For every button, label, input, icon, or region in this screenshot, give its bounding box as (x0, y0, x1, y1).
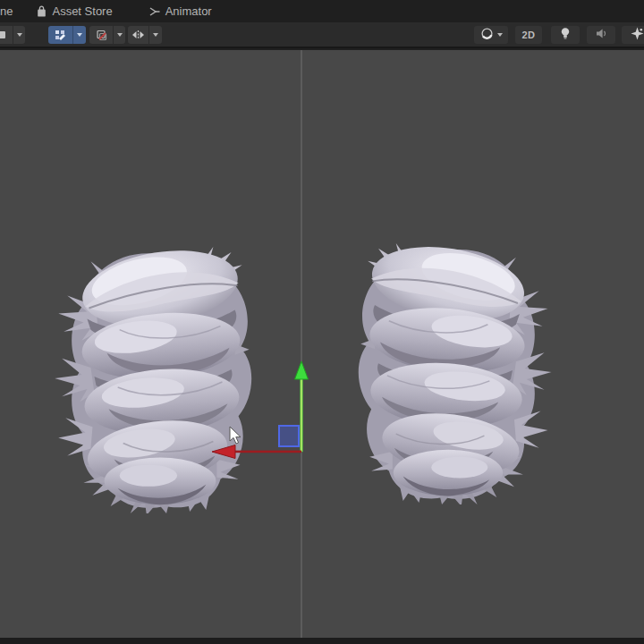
effects-toggle-button[interactable] (622, 26, 644, 44)
mirror-tool-button[interactable] (128, 26, 162, 44)
asset-store-bag-icon (37, 5, 47, 18)
scene-toolbar: 2D (0, 22, 644, 48)
audio-toggle-button[interactable] (587, 26, 615, 44)
tab-animator[interactable]: Animator (140, 0, 220, 22)
dropdown-caret-icon (113, 26, 125, 44)
tab-scene-label: ne (0, 4, 13, 18)
2d-toggle-label: 2D (521, 30, 535, 40)
dropdown-caret-icon (497, 33, 503, 37)
tab-bar: ne Asset Store Animator (0, 0, 644, 22)
layer-red-tool-button[interactable] (89, 26, 125, 44)
speaker-icon (595, 27, 607, 43)
sparkle-icon (631, 27, 644, 44)
paint-grid-tool-button[interactable] (48, 26, 86, 44)
transform-gizmo (201, 356, 318, 463)
tab-scene-partial[interactable]: ne (0, 0, 18, 22)
tab-animator-label: Animator (165, 4, 212, 18)
animator-icon (148, 6, 160, 17)
mouse-cursor (229, 426, 243, 445)
right-fluffy-mesh-model[interactable] (338, 240, 553, 504)
dropdown-caret-icon (148, 26, 161, 44)
unity-editor-window: ne Asset Store Animator (0, 0, 644, 644)
scene-viewport[interactable] (0, 50, 644, 638)
grid-paint-icon (48, 26, 72, 44)
partial-tool-icon (0, 26, 13, 44)
dropdown-caret-icon (13, 26, 25, 44)
edge-partial-tool-button[interactable] (0, 26, 25, 44)
lighting-toggle-button[interactable] (551, 26, 580, 44)
shaded-sphere-icon (480, 27, 494, 44)
shading-mode-button[interactable] (474, 26, 508, 44)
lightbulb-icon (560, 27, 571, 44)
dropdown-caret-icon (72, 26, 86, 44)
layers-red-icon (89, 26, 113, 44)
mirror-icon (128, 26, 148, 44)
gizmo-xy-plane-handle[interactable] (279, 426, 299, 446)
tab-asset-store-label: Asset Store (52, 4, 112, 18)
2d-toggle-button[interactable]: 2D (515, 26, 542, 44)
tab-asset-store[interactable]: Asset Store (29, 0, 120, 22)
viewport-grid-line (301, 50, 302, 638)
bottom-strip (0, 638, 644, 644)
